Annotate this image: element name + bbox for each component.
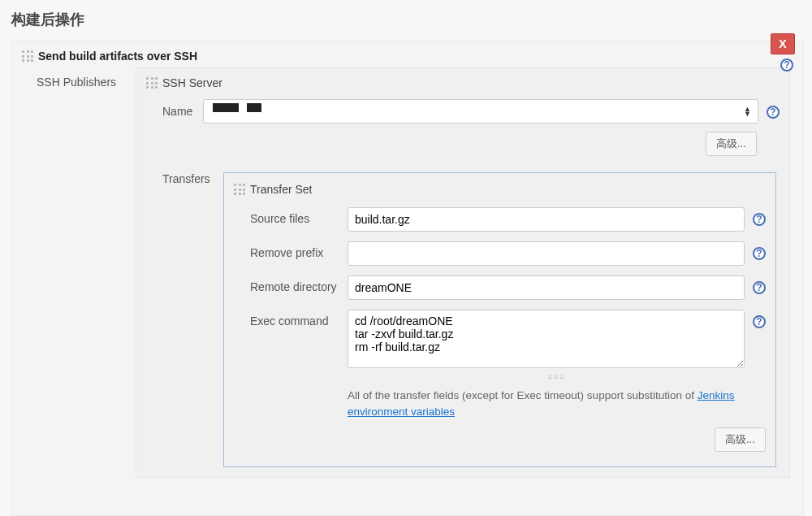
drag-handle-icon[interactable]: [146, 77, 158, 89]
remote-directory-input[interactable]: [348, 275, 745, 300]
help-icon[interactable]: ?: [753, 247, 766, 260]
resize-grip-icon[interactable]: ≡≡≡: [234, 373, 766, 381]
transfers-label: Transfers: [146, 172, 223, 467]
remove-prefix-input[interactable]: [348, 241, 745, 266]
ssh-server-title: SSH Server: [162, 76, 222, 89]
help-icon[interactable]: ?: [767, 106, 780, 119]
hint-text: All of the transfer fields (except for E…: [234, 388, 766, 421]
source-files-input[interactable]: [348, 207, 745, 232]
advanced-button[interactable]: 高级...: [715, 427, 766, 452]
transfer-set-title: Transfer Set: [250, 183, 313, 196]
help-icon[interactable]: ?: [780, 59, 793, 72]
exec-command-textarea[interactable]: [348, 310, 745, 368]
exec-command-label: Exec command: [250, 310, 348, 327]
drag-handle-icon[interactable]: [234, 184, 245, 195]
transfers-panel: Transfer Set Source files ? Remove prefi…: [223, 172, 776, 467]
ssh-server-panel: SSH Server Name ▲▼ ? 高级... T: [136, 67, 790, 478]
advanced-button[interactable]: 高级...: [706, 132, 757, 156]
drag-handle-icon[interactable]: [22, 50, 33, 62]
section-title: Send build artifacts over SSH: [38, 50, 197, 63]
remote-directory-label: Remote directory: [250, 275, 348, 293]
post-build-section: X ? Send build artifacts over SSH SSH Pu…: [11, 41, 804, 516]
help-icon[interactable]: ?: [753, 213, 766, 226]
publishers-label: SSH Publishers: [22, 67, 136, 478]
help-icon[interactable]: ?: [753, 281, 766, 294]
remove-prefix-label: Remove prefix: [250, 241, 348, 259]
select-arrows-icon: ▲▼: [744, 106, 751, 116]
page-title: 构建后操作: [0, 0, 812, 41]
help-icon[interactable]: ?: [753, 315, 766, 328]
section-header: Send build artifacts over SSH: [12, 41, 803, 67]
name-select[interactable]: ▲▼: [203, 99, 758, 124]
close-button[interactable]: X: [771, 33, 795, 54]
source-files-label: Source files: [250, 207, 348, 225]
name-label: Name: [146, 105, 203, 118]
